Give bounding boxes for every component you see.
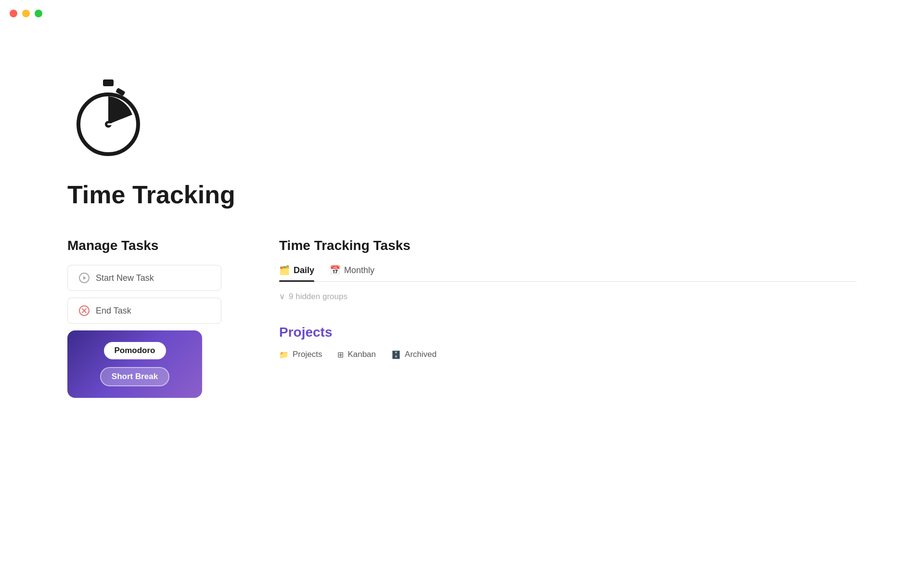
end-task-label: End Task (96, 306, 131, 316)
projects-tab-projects[interactable]: 📁 Projects (279, 350, 322, 359)
projects-title: Projects (279, 325, 857, 340)
monthly-tab-label: Monthly (344, 265, 374, 276)
end-task-button[interactable]: End Task (67, 298, 221, 324)
short-break-label: Short Break (100, 367, 169, 386)
close-button[interactable] (10, 10, 17, 17)
time-tracking-tasks-title: Time Tracking Tasks (279, 238, 857, 253)
start-task-label: Start New Task (96, 273, 154, 283)
kanban-tab-label: Kanban (347, 350, 376, 359)
start-new-task-button[interactable]: Start New Task (67, 265, 221, 291)
projects-tab-label: Projects (293, 350, 322, 359)
folder-icon: 📁 (279, 350, 289, 359)
two-columns: Manage Tasks Start New Task End Task (67, 238, 857, 398)
stopwatch-icon (67, 77, 149, 159)
svg-marker-6 (83, 276, 86, 280)
hidden-groups-text: 9 hidden groups (289, 292, 347, 302)
tab-monthly[interactable]: 📅 Monthly (330, 265, 374, 281)
chevron-down-icon: ∨ (279, 291, 285, 302)
archive-icon: 🗄️ (391, 350, 401, 359)
manage-tasks-title: Manage Tasks (67, 238, 221, 253)
daily-icon: 🗂️ (279, 265, 290, 276)
svg-rect-0 (103, 79, 114, 86)
traffic-lights (10, 10, 42, 17)
page-title: Time Tracking (67, 180, 857, 209)
pomodoro-label: Pomodoro (104, 342, 166, 359)
x-circle-icon (78, 305, 90, 316)
archived-tab-label: Archived (405, 350, 436, 359)
projects-tabs: 📁 Projects ⊞ Kanban 🗄️ Archived (279, 350, 857, 359)
tab-daily[interactable]: 🗂️ Daily (279, 265, 314, 281)
pomodoro-card[interactable]: Pomodoro Short Break (67, 330, 202, 398)
minimize-button[interactable] (22, 10, 30, 17)
projects-tab-kanban[interactable]: ⊞ Kanban (337, 350, 376, 359)
main-content: Time Tracking Manage Tasks Start New Tas… (67, 77, 857, 398)
timer-icon-container (67, 77, 857, 161)
tab-bar: 🗂️ Daily 📅 Monthly (279, 265, 857, 282)
projects-tab-archived[interactable]: 🗄️ Archived (391, 350, 436, 359)
play-icon (78, 272, 90, 284)
right-column: Time Tracking Tasks 🗂️ Daily 📅 Monthly ∨… (279, 238, 857, 359)
monthly-icon: 📅 (330, 265, 340, 276)
hidden-groups[interactable]: ∨ 9 hidden groups (279, 291, 857, 302)
kanban-icon: ⊞ (337, 350, 344, 359)
left-column: Manage Tasks Start New Task End Task (67, 238, 221, 398)
maximize-button[interactable] (35, 10, 42, 17)
daily-tab-label: Daily (294, 265, 314, 276)
